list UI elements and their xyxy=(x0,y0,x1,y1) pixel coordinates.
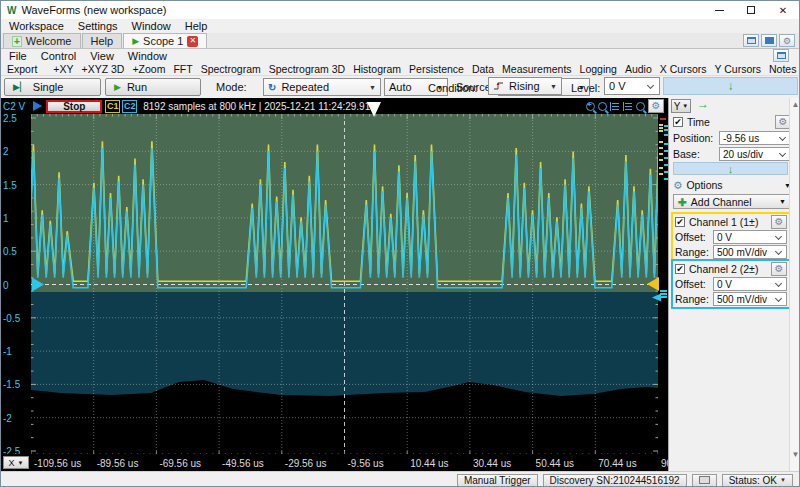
view-menu-item-audio[interactable]: Audio xyxy=(625,63,652,75)
chevron-down-icon xyxy=(775,279,782,286)
condition-value: Rising xyxy=(509,80,540,92)
view-menu-item-export[interactable]: Export xyxy=(7,63,37,75)
collapse-panel-arrow-icon[interactable]: → xyxy=(697,99,709,109)
cascade-windows-button[interactable] xyxy=(743,34,759,47)
scope-menubar: FileControlViewWindow xyxy=(1,49,799,62)
mode-select[interactable]: ↻ Repeated ▼ xyxy=(263,78,381,96)
undock-window-button[interactable] xyxy=(773,49,789,62)
scope-menu-item-view[interactable]: View xyxy=(90,50,114,62)
close-icon: ✕ xyxy=(779,5,787,16)
workspace-settings-button[interactable]: ⚙ xyxy=(779,34,795,47)
tab-bar: +WelcomeHelp▶Scope 1✕ ⚙ xyxy=(1,33,799,49)
maximize-button[interactable] xyxy=(735,1,767,19)
tab-help[interactable]: Help xyxy=(82,33,123,48)
y-axis-tick-label: 1 xyxy=(3,213,9,224)
time-section-header: ✔ Time ⚙ xyxy=(673,115,791,129)
zoom-out-icon[interactable] xyxy=(636,102,645,111)
time-checkbox[interactable]: ✔ xyxy=(673,117,683,127)
channel1-range-input[interactable]: 500 mV/div xyxy=(713,245,787,259)
chevron-down-icon xyxy=(779,149,786,156)
channel2-offset-input[interactable]: 0 V xyxy=(713,277,787,291)
view-menu-item--xy[interactable]: +XY xyxy=(53,63,73,75)
main-menubar: WorkspaceSettingsWindowHelp xyxy=(1,19,799,33)
trigger-position-marker[interactable] xyxy=(367,102,381,117)
time-position-strip[interactable]: ↓ xyxy=(673,162,788,175)
view-menu-item-spectrogram-3d[interactable]: Spectrogram 3D xyxy=(269,63,345,75)
fit-all-icon[interactable] xyxy=(623,102,633,111)
oscilloscope-plot[interactable] xyxy=(1,114,668,456)
options-label: Options xyxy=(686,179,722,191)
zoom-in-icon[interactable]: + xyxy=(586,102,595,111)
view-menu-item-notes[interactable]: Notes xyxy=(769,63,796,75)
range-label: Range: xyxy=(675,246,713,258)
single-button[interactable]: ▶▏ Single xyxy=(4,78,101,96)
offset-value: 0 V xyxy=(717,279,732,290)
tab-close-icon[interactable]: ✕ xyxy=(187,36,198,47)
tab-scope-1[interactable]: ▶Scope 1✕ xyxy=(123,33,207,48)
view-menu-item--zoom[interactable]: +Zoom xyxy=(132,63,165,75)
menu-item-help[interactable]: Help xyxy=(185,20,208,32)
view-menu-item-x-cursors[interactable]: X Cursors xyxy=(660,63,707,75)
menu-item-settings[interactable]: Settings xyxy=(78,20,118,32)
view-menu-item--xyz-3d[interactable]: +XYZ 3D xyxy=(82,63,125,75)
stop-button[interactable]: Stop xyxy=(46,100,102,113)
view-menu-item-logging[interactable]: Logging xyxy=(580,63,617,75)
chevron-down-icon xyxy=(775,294,782,301)
channel2-checkbox[interactable]: ✔ xyxy=(675,264,685,274)
scope-menu-item-file[interactable]: File xyxy=(9,50,27,62)
minimize-icon xyxy=(715,10,724,11)
menu-item-workspace[interactable]: Workspace xyxy=(9,20,64,32)
down-arrow-icon: ↓ xyxy=(728,81,734,91)
scope-menu-item-control[interactable]: Control xyxy=(41,50,76,62)
channel1-badge[interactable]: C1 xyxy=(105,100,120,113)
run-button[interactable]: ▶ Run xyxy=(105,78,201,96)
tile-windows-button[interactable] xyxy=(761,34,777,47)
tab-welcome[interactable]: +Welcome xyxy=(3,33,81,48)
run-icon: ▶ xyxy=(114,82,121,92)
trigger-position-strip[interactable]: ↓ xyxy=(663,77,798,95)
scroll-up-icon[interactable]: ▲ xyxy=(790,100,800,109)
view-menu-item-spectrogram[interactable]: Spectrogram xyxy=(201,63,261,75)
x-axis-button-label: X xyxy=(9,458,15,468)
close-button[interactable]: ✕ xyxy=(767,1,799,19)
status-button[interactable]: Status: OK▼ xyxy=(722,474,793,487)
scroll-down-icon[interactable]: ▼ xyxy=(790,450,800,459)
x-axis-tick-label: -109.56 us xyxy=(34,458,81,469)
scope-menu-item-window[interactable]: Window xyxy=(128,50,167,62)
offset-label: Offset: xyxy=(675,278,713,290)
fit-height-icon[interactable] xyxy=(610,102,620,111)
channel1-checkbox[interactable]: ✔ xyxy=(675,217,685,227)
condition-select[interactable]: Rising ▼ xyxy=(488,77,562,95)
view-menu-item-data[interactable]: Data xyxy=(472,63,494,75)
channel1-settings-button[interactable]: ⚙ xyxy=(771,215,787,229)
view-menu-item-fft[interactable]: FFT xyxy=(173,63,192,75)
add-channel-button[interactable]: ✚ Add Channel ▼ xyxy=(673,194,791,209)
plot-settings-button[interactable]: ⚙ xyxy=(648,99,664,113)
level-input[interactable]: 0 V xyxy=(604,77,660,95)
channel2-settings-button[interactable]: ⚙ xyxy=(771,262,787,276)
channel1-offset-input[interactable]: 0 V xyxy=(713,230,787,244)
menu-item-window[interactable]: Window xyxy=(132,20,171,32)
zoom-select-icon[interactable] xyxy=(598,102,607,111)
position-input[interactable]: -9.56 us xyxy=(719,131,791,145)
window-icon xyxy=(777,52,786,59)
y-axis-unit: C2 V xyxy=(1,101,29,112)
view-menu-item-measurements[interactable]: Measurements xyxy=(502,63,571,75)
device-button[interactable]: Discovery SN:210244516192 xyxy=(543,474,687,487)
minimize-button[interactable] xyxy=(703,1,735,19)
panel-scrollbar[interactable]: ▲ ▼ xyxy=(789,98,800,471)
view-menu-item-persistence[interactable]: Persistence xyxy=(409,63,464,75)
channel2-range-input[interactable]: 500 mV/div xyxy=(713,292,787,306)
x-axis-menu-button[interactable]: X ▼ xyxy=(3,456,29,469)
x-axis-tick-label: -29.56 us xyxy=(285,458,327,469)
view-menu-item-histogram[interactable]: Histogram xyxy=(353,63,401,75)
y-axis-tick-label: -2 xyxy=(3,413,12,424)
options-header[interactable]: ⚙ Options ▼ xyxy=(673,179,791,191)
base-input[interactable]: 20 us/div xyxy=(719,147,791,161)
manual-trigger-button[interactable]: Manual Trigger xyxy=(457,474,538,487)
channel2-badge[interactable]: C2 xyxy=(122,100,137,113)
view-menu-item-y-cursors[interactable]: Y Cursors xyxy=(714,63,761,75)
device-display-button[interactable] xyxy=(692,474,717,487)
y-axis-menu-button[interactable]: Y ▼ xyxy=(671,99,691,113)
gear-icon: ⚙ xyxy=(673,179,682,191)
